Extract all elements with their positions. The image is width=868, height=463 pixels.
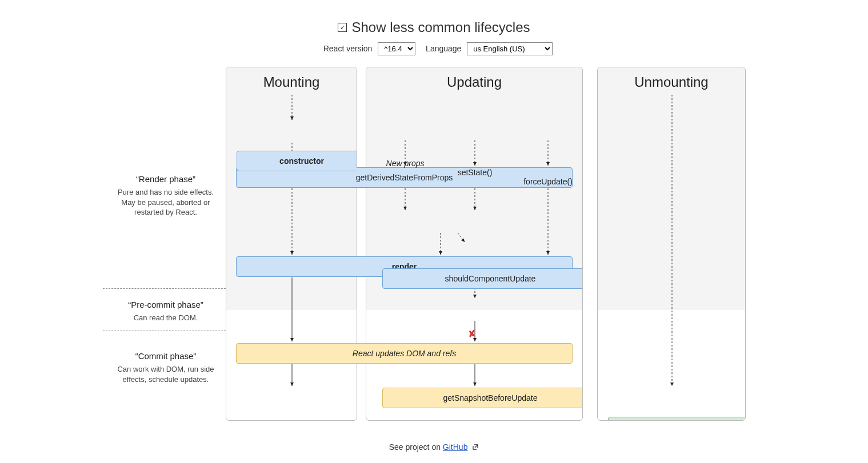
github-link[interactable]: GitHub bbox=[443, 442, 468, 452]
phase-divider-1 bbox=[103, 288, 234, 289]
column-unmounting: Unmounting componentWillUnmount bbox=[597, 67, 746, 421]
label-new-props: New props bbox=[366, 159, 513, 168]
phase-render: “Render phase” Pure and has no side effe… bbox=[114, 174, 217, 218]
column-updating: Updating New props setState() forceUpdat… bbox=[366, 67, 583, 421]
phase-commit: “Commit phase” Can work with DOM, run si… bbox=[114, 351, 217, 384]
checkbox-icon: ✓ bbox=[338, 23, 347, 32]
footer: See project on GitHub bbox=[0, 432, 868, 463]
language-select[interactable]: us English (US) bbox=[467, 42, 553, 55]
version-select[interactable]: ^16.4 bbox=[378, 42, 415, 55]
version-label: React version bbox=[323, 44, 373, 53]
toggle-advanced[interactable]: ✓ Show less common lifecycles bbox=[338, 19, 530, 35]
external-link-icon bbox=[472, 443, 479, 452]
label-setstate: setState() bbox=[367, 168, 583, 177]
phase-divider-2 bbox=[103, 331, 234, 331]
method-shouldComponentUpdate[interactable]: shouldComponentUpdate bbox=[382, 268, 583, 289]
toggle-label: Show less common lifecycles bbox=[351, 19, 530, 35]
react-updates-dom: React updates DOM and refs bbox=[236, 343, 573, 364]
label-forceupdate: forceUpdate() bbox=[440, 177, 583, 186]
column-mounting: Mounting constructor componentDidMount bbox=[226, 67, 357, 421]
method-componentWillUnmount[interactable]: componentWillUnmount bbox=[608, 417, 746, 421]
phase-precommit: “Pre-commit phase” Can read the DOM. bbox=[114, 300, 217, 323]
language-label: Language bbox=[426, 44, 461, 53]
method-getSnapshotBeforeUpdate[interactable]: getSnapshotBeforeUpdate bbox=[382, 388, 583, 408]
method-constructor[interactable]: constructor bbox=[237, 151, 357, 171]
